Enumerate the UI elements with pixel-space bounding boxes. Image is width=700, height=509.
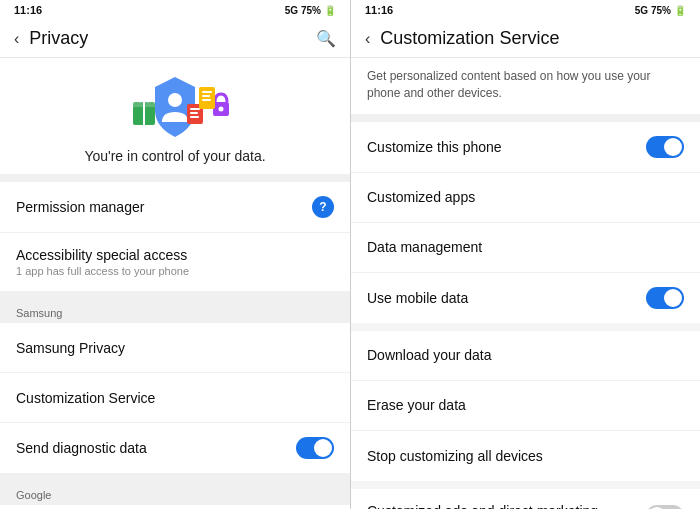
svg-rect-11 [202, 91, 212, 93]
left-scroll-content[interactable]: Permission manager ? Accessibility speci… [0, 182, 350, 509]
right-time: 11:16 [365, 4, 393, 16]
svg-point-0 [168, 93, 182, 107]
svg-rect-9 [190, 116, 199, 118]
right-item-use-mobile-data[interactable]: Use mobile data [351, 273, 700, 323]
customized-apps-title: Customized apps [367, 189, 475, 205]
left-signal: 5G [285, 5, 298, 16]
left-header: ‹ Privacy 🔍 [0, 20, 350, 58]
left-search-icon[interactable]: 🔍 [316, 29, 336, 48]
right-item-data-management[interactable]: Data management [351, 223, 700, 273]
list-item-customization-service[interactable]: Customization Service [0, 373, 350, 423]
accessibility-title: Accessibility special access [16, 247, 334, 263]
right-item-customize-phone[interactable]: Customize this phone [351, 122, 700, 173]
left-status-icons: 5G 75% 🔋 [285, 5, 336, 16]
send-diagnostic-title: Send diagnostic data [16, 440, 296, 456]
right-back-button[interactable]: ‹ [365, 30, 370, 48]
right-item-customized-apps[interactable]: Customized apps [351, 173, 700, 223]
erase-data-title: Erase your data [367, 397, 466, 413]
right-status-bar: 11:16 5G 75% 🔋 [351, 0, 700, 20]
stop-customizing-title: Stop customizing all devices [367, 448, 543, 464]
left-section-google: Android personalization service Device P… [0, 505, 350, 509]
samsung-privacy-title: Samsung Privacy [16, 340, 125, 356]
left-phone-panel: 11:16 5G 75% 🔋 ‹ Privacy 🔍 [0, 0, 350, 509]
left-status-bar: 11:16 5G 75% 🔋 [0, 0, 350, 20]
right-item-customized-ads[interactable]: Customized ads and direct marketing Shar… [351, 489, 700, 509]
right-description: Get personalized content based on how yo… [351, 58, 700, 122]
svg-rect-7 [190, 108, 200, 110]
right-section-mid: Download your data Erase your data Stop … [351, 331, 700, 481]
section-label-samsung: Samsung [0, 299, 350, 323]
right-battery-icon: 🔋 [674, 5, 686, 16]
left-section-samsung: Samsung Privacy Customization Service Se… [0, 323, 350, 473]
use-mobile-data-title: Use mobile data [367, 290, 468, 306]
right-signal: 5G [635, 5, 648, 16]
right-item-stop-customizing[interactable]: Stop customizing all devices [351, 431, 700, 481]
right-item-download-data[interactable]: Download your data [351, 331, 700, 381]
customized-ads-toggle[interactable] [646, 505, 684, 509]
send-diagnostic-toggle[interactable] [296, 437, 334, 459]
list-item-send-diagnostic[interactable]: Send diagnostic data [0, 423, 350, 473]
list-item-android-personalization[interactable]: Android personalization service [0, 505, 350, 509]
svg-rect-12 [202, 95, 210, 97]
right-phone-panel: 11:16 5G 75% 🔋 ‹ Customization Service G… [350, 0, 700, 509]
left-section-default: Permission manager ? Accessibility speci… [0, 182, 350, 291]
right-status-icons: 5G 75% 🔋 [635, 5, 686, 16]
question-badge: ? [312, 196, 334, 218]
right-section-top: Customize this phone Customized apps Dat… [351, 122, 700, 323]
svg-rect-8 [190, 112, 198, 114]
left-back-button[interactable]: ‹ [14, 30, 19, 48]
right-header: ‹ Customization Service [351, 20, 700, 58]
customize-phone-title: Customize this phone [367, 139, 502, 155]
section-label-google: Google [0, 481, 350, 505]
svg-rect-13 [202, 99, 211, 101]
accessibility-subtitle: 1 app has full access to your phone [16, 265, 334, 277]
left-hero-section: You're in control of your data. [0, 58, 350, 182]
left-battery-icon: 🔋 [324, 5, 336, 16]
hero-illustration [115, 72, 235, 142]
data-management-title: Data management [367, 239, 482, 255]
svg-rect-10 [199, 87, 215, 109]
list-item-accessibility[interactable]: Accessibility special access 1 app has f… [0, 233, 350, 291]
download-data-title: Download your data [367, 347, 492, 363]
left-time: 11:16 [14, 4, 42, 16]
customization-service-title: Customization Service [16, 390, 155, 406]
right-scroll-content[interactable]: Get personalized content based on how yo… [351, 58, 700, 509]
svg-point-5 [219, 107, 224, 112]
right-battery: 75% [651, 5, 671, 16]
permission-manager-title: Permission manager [16, 199, 312, 215]
customize-phone-toggle[interactable] [646, 136, 684, 158]
right-header-title: Customization Service [380, 28, 686, 49]
hero-text: You're in control of your data. [84, 148, 265, 164]
left-battery: 75% [301, 5, 321, 16]
list-item-samsung-privacy[interactable]: Samsung Privacy [0, 323, 350, 373]
right-item-erase-data[interactable]: Erase your data [351, 381, 700, 431]
right-section-ads: Customized ads and direct marketing Shar… [351, 489, 700, 509]
left-header-title: Privacy [29, 28, 306, 49]
customized-ads-title: Customized ads and direct marketing [367, 503, 636, 509]
use-mobile-data-toggle[interactable] [646, 287, 684, 309]
list-item-permission-manager[interactable]: Permission manager ? [0, 182, 350, 233]
